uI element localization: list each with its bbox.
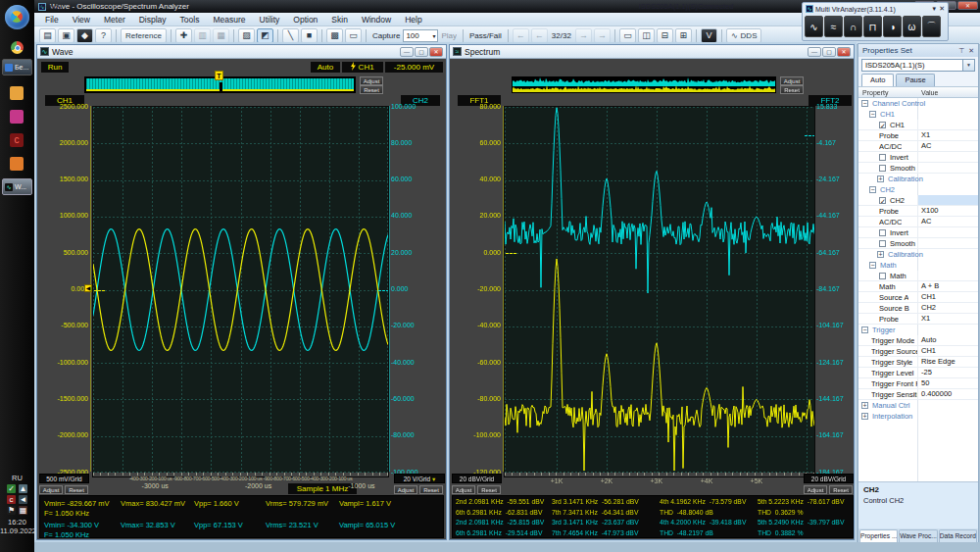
fft2-scale-button[interactable]: 20 dBV/Grid [804,474,854,483]
oscilloscope-icon[interactable]: ∿ [805,16,823,37]
trigger-level-marker[interactable]: ◀ [84,284,92,292]
expand-toggle-icon[interactable]: + [877,251,884,258]
expand-toggle-icon[interactable]: + [861,402,868,409]
color-button[interactable]: ▩ [326,28,343,43]
checkbox[interactable] [879,240,886,247]
app-icon-red[interactable]: c [10,133,24,147]
ch2-reset-button[interactable]: Reset [419,485,443,494]
property-row[interactable]: X1Probe [858,314,978,325]
close-button[interactable]: ✕ [957,1,978,10]
property-value-cell[interactable] [917,238,978,249]
menu-utility[interactable]: Utility [253,15,287,25]
menu-display[interactable]: Display [132,15,173,25]
property-row[interactable]: X100Probe [858,206,978,217]
signal-generator-icon[interactable]: ∩ [844,16,862,37]
spectrum-scroll-preview[interactable] [512,76,776,93]
property-row[interactable]: ACAC/DC [858,217,978,227]
close-button[interactable]: ✕ [429,47,443,57]
property-row[interactable]: Invert [858,227,978,238]
property-value-cell[interactable]: AC [917,217,978,227]
spectrum-analyzer-icon[interactable]: ≈ [824,16,843,37]
property-row[interactable]: 50Trigger Front P... [858,378,978,389]
app-icon-magenta[interactable] [10,110,24,124]
voltmeter-button[interactable]: V [701,28,717,43]
nav-prev-button[interactable]: ← [531,28,548,43]
property-row[interactable]: AutoTrigger Mode [858,335,978,346]
minimize-button[interactable]: — [400,47,414,57]
expand-toggle-icon[interactable]: − [861,100,868,107]
run-status-badge[interactable]: Run [41,62,69,73]
ch2-scale-dropdown[interactable]: 20 V/Grid ▾ [394,474,445,483]
expand-toggle-icon[interactable]: + [861,413,868,420]
property-row[interactable]: −CH2 [858,184,978,195]
menu-help[interactable]: Help [398,15,428,25]
property-row[interactable]: CH2Source B [858,303,978,314]
minimize-button[interactable]: — [808,47,821,57]
volume-icon[interactable]: ◄ [19,495,27,504]
checkbox-checked[interactable]: ✓ [879,197,886,204]
layout-horizontal-button[interactable]: ⊟ [657,28,673,43]
ch1-scale-button[interactable]: 500 mV/Grid [39,474,89,483]
flag-icon[interactable]: ⚑ [7,506,16,515]
ch1-adjust-button[interactable]: Adjust [39,485,63,494]
palette-dropdown-icon[interactable]: ▾ [933,5,937,13]
property-value-cell[interactable]: Auto [917,335,978,346]
menu-window[interactable]: Window [355,15,398,25]
fft2-reset-button[interactable]: Reset [829,485,853,494]
expand-toggle-icon[interactable]: − [869,262,876,269]
line-button[interactable]: ╲ [282,28,299,43]
fft1-reset-button[interactable]: Reset [477,485,501,494]
restore-button[interactable]: ▢ [415,47,428,57]
cursor-button[interactable]: ▥ [194,28,211,43]
calendar-icon[interactable]: ▦ [19,506,27,515]
setup-button[interactable]: ◆ [76,28,93,43]
fft2-adjust-button[interactable]: Adjust [804,485,827,494]
open-file-button[interactable]: ▤ [39,28,56,43]
property-value-cell[interactable] [917,271,978,281]
menu-view[interactable]: View [66,15,97,25]
erase-button[interactable]: ▨ [238,28,255,43]
expand-toggle-icon[interactable]: − [869,111,876,118]
property-row[interactable]: ACAC/DC [858,141,978,152]
property-value-cell[interactable]: CH1 [917,346,978,357]
move-button[interactable]: ✚ [175,28,192,43]
taskbar-button-browser[interactable]: Бе... [2,59,32,75]
ch1-reset-button[interactable]: Reset [65,485,88,494]
property-row[interactable]: +Calibration [858,249,978,260]
menu-meter[interactable]: Meter [97,15,132,25]
property-value-cell[interactable]: X1 [917,314,978,325]
property-value-cell[interactable] [917,152,978,163]
menu-tools[interactable]: Tools [173,15,207,25]
checkbox-checked[interactable]: ✓ [879,122,886,128]
language-indicator[interactable]: RU [0,474,34,482]
expand-toggle-icon[interactable]: − [869,186,876,193]
property-row[interactable]: 0.400000Trigger Sensiti... [858,389,978,400]
property-row[interactable]: X1Probe [858,130,978,141]
close-icon[interactable]: ✕ [968,47,974,55]
close-button[interactable]: ✕ [837,47,851,57]
logic-analyzer-icon[interactable]: ⊓ [863,16,882,37]
restore-button[interactable]: ▢ [822,47,836,57]
property-row[interactable]: Smooth [858,163,978,174]
adjust-button[interactable]: Adjust [780,76,804,85]
property-row[interactable]: +Calibration [858,174,978,184]
checkbox[interactable] [879,165,886,172]
layout-vertical-button[interactable]: ◫ [638,28,655,43]
wave-plot-canvas[interactable] [93,107,388,473]
property-row[interactable]: -25Trigger Level [858,368,978,378]
menu-file[interactable]: File [38,15,66,25]
property-row[interactable]: −Channel Control [858,98,978,109]
property-row[interactable]: +Interpolation [858,411,978,422]
checkbox[interactable] [879,154,886,161]
grid-button[interactable]: ▦ [213,28,229,43]
property-value-cell[interactable]: Rise Edge [917,357,978,368]
app-icon-orange2[interactable] [10,157,24,171]
property-value-cell[interactable]: 50 [917,378,978,389]
property-row[interactable]: −Trigger [858,325,978,335]
property-value-cell[interactable] [917,227,978,238]
checkbox[interactable] [879,273,886,279]
property-value-cell[interactable]: X100 [917,206,978,217]
expand-toggle-icon[interactable]: + [877,176,884,182]
device-select[interactable]: ISDS205A(1.1)(S) ▼ [861,59,975,72]
layout-single-button[interactable]: ▭ [619,28,636,43]
